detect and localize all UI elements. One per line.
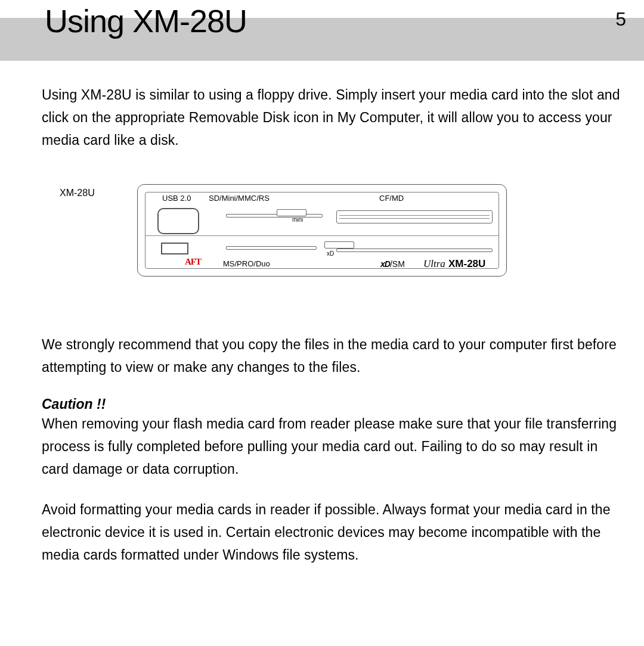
ms-label: MS/PRO/Duo [223,259,270,268]
page-number: 5 [615,8,626,30]
small-port-icon [161,243,188,254]
model-label: XM-28U [448,258,485,270]
device-inner-frame: USB 2.0 SD/Mini/MMC/RS CF/MD mini xD AFT… [145,192,499,269]
usb-port-icon [157,208,199,234]
xd-label: xD [327,250,334,257]
recommend-paragraph: We strongly recommend that you copy the … [42,333,626,378]
usb-label: USB 2.0 [162,194,191,203]
mini-slot-icon [277,209,306,216]
cf-slot-icon [336,210,493,223]
device-illustration: XM-28U USB 2.0 SD/Mini/MMC/RS CF/MD mini… [60,184,626,279]
document-page: Using XM-28U 5 Using XM-28U is similar t… [0,0,644,646]
device-side-label: XM-28U [60,188,95,198]
sd-label: SD/Mini/MMC/RS [209,194,270,203]
device-frame: USB 2.0 SD/Mini/MMC/RS CF/MD mini xD AFT… [137,184,507,277]
ms-slot-icon [226,246,317,250]
caution-heading: Caution !! [42,396,626,412]
ultra-label: Ultra [423,258,445,270]
brand-logo: AFT [185,257,201,267]
page-title: Using XM-28U [45,2,247,39]
caution-body: When removing your flash media card from… [42,412,626,480]
intro-paragraph: Using XM-28U is similar to using a flopp… [42,83,626,151]
xdsm-label: xD/SM [380,259,405,269]
device-divider [145,235,499,236]
sm-slot-icon [336,249,493,252]
content-area: Using XM-28U is similar to using a flopp… [42,83,626,584]
xd-slot-icon [324,241,354,249]
cf-label: CF/MD [379,194,404,203]
sd-slot-icon [226,214,323,218]
format-advice: Avoid formatting your media cards in rea… [42,498,626,566]
